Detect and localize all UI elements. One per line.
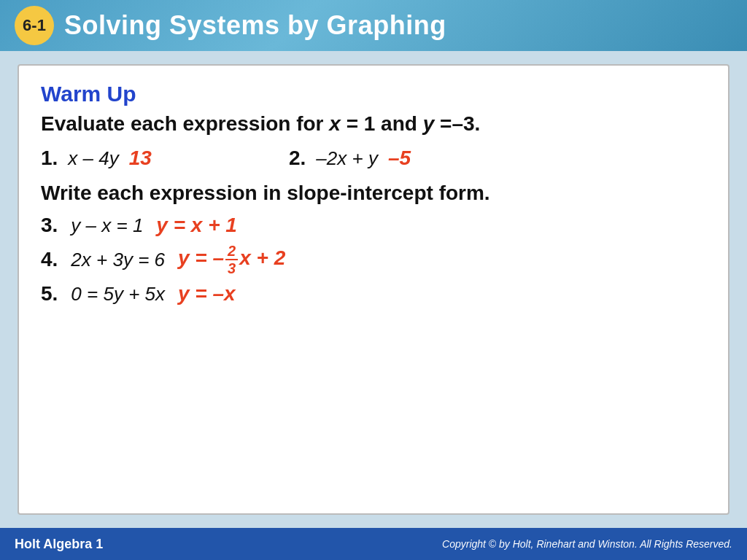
prob4-fraction-num: 2 [225,243,238,260]
prob2-answer: –5 [388,147,411,170]
footer: Holt Algebra 1 Copyright © by Holt, Rine… [0,528,747,560]
prob4-answer-prefix: y = – [178,247,224,270]
problem-5: 5. 0 = 5y + 5x y = –x [41,282,706,306]
instruction1: Evaluate each expression for x = 1 and y… [41,111,706,136]
header-title: Solving Systems by Graphing [64,10,446,41]
prob5-expr: 0 = 5y + 5x [71,283,165,306]
prob1-num: 1. [41,147,58,170]
problem-4: 4. 2x + 3y = 6 y = –23x + 2 [41,243,706,276]
main-area: Warm Up Evaluate each expression for x =… [0,51,747,528]
prob4-fraction: 23 [225,243,238,276]
problems-row-1: 1. x – 4y 13 2. –2x + y –5 [41,147,706,170]
prob5-num: 5. [41,282,58,306]
footer-left: Holt Algebra 1 [15,537,103,552]
prob1-expr: x – 4y [68,147,118,170]
prob2-num: 2. [289,147,306,170]
prob4-answer: y = –23x + 2 [178,243,285,276]
prob5-answer: y = –x [178,282,236,306]
prob3-expr: y – x = 1 [71,214,143,237]
prob4-answer-suffix: x + 2 [239,247,285,270]
prob3-num: 3. [41,214,58,237]
warm-up-title: Warm Up [41,82,706,106]
problem-1: 1. x – 4y 13 [41,147,289,170]
instruction2: Write each expression in slope-intercept… [41,180,706,206]
badge-text: 6-1 [23,16,46,35]
prob4-num: 4. [41,248,58,271]
problem-2: 2. –2x + y –5 [289,147,411,170]
prob2-expr: –2x + y [316,147,378,170]
problem-3: 3. y – x = 1 y = x + 1 [41,214,706,237]
prob4-fraction-den: 3 [225,260,238,276]
lesson-badge: 6-1 [15,6,54,45]
prob1-answer: 13 [129,147,152,170]
prob4-expr: 2x + 3y = 6 [71,249,165,271]
footer-right: Copyright © by Holt, Rinehart and Winsto… [442,538,732,550]
header: 6-1 Solving Systems by Graphing [0,0,747,51]
content-box: Warm Up Evaluate each expression for x =… [18,64,729,515]
prob3-answer: y = x + 1 [156,214,237,237]
